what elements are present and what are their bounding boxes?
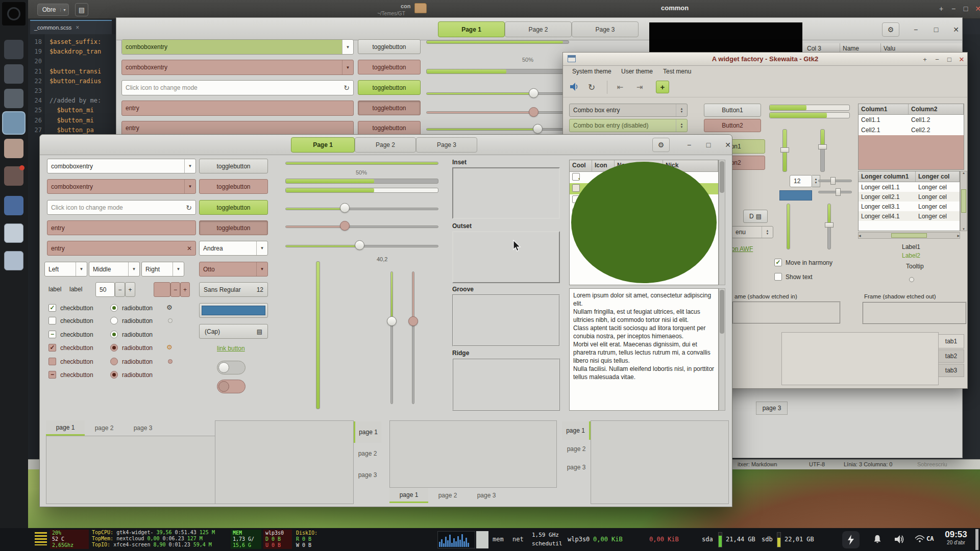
gtk2-spinbutton[interactable]: 12: [790, 175, 812, 187]
gtk2-hscale-2[interactable]: [818, 191, 852, 193]
save-button[interactable]: ▤: [75, 3, 88, 16]
refresh-icon[interactable]: ↻: [344, 84, 350, 92]
bg-scale-1[interactable]: [426, 40, 569, 44]
gtk2-vscrollbar[interactable]: ▲ ▼: [960, 171, 967, 231]
link-button[interactable]: link button: [217, 345, 245, 352]
togglebutton-1[interactable]: togglebutton: [199, 159, 268, 173]
main-maximize-icon[interactable]: □: [701, 138, 716, 152]
bg-scale-4[interactable]: [426, 128, 569, 131]
gtk2-hscale-2-handle[interactable]: [836, 188, 841, 196]
scale-3[interactable]: [285, 226, 438, 228]
gtk2-titlebar[interactable]: A widget factory - Skewaita - Gtk2 + − □…: [563, 53, 967, 66]
dock-window-a[interactable]: [4, 223, 23, 243]
dock-user[interactable]: [4, 196, 23, 215]
wlan-block[interactable]: wlp3s0 D 0 B U 0 B: [263, 530, 292, 549]
main-tab-page3[interactable]: Page 3: [416, 137, 477, 153]
radiobutton-6[interactable]: [110, 371, 118, 379]
status-highlight-mode[interactable]: itxer: Markdown: [738, 461, 777, 467]
bg-comboboxentry-2[interactable]: comboboxentry ▼: [121, 60, 354, 75]
gtk2-hscale-1-handle[interactable]: [830, 177, 836, 185]
radiobutton-4[interactable]: [110, 344, 118, 352]
tab-page2[interactable]: page 2: [428, 488, 467, 503]
comboboxentry-1[interactable]: comboboxentry ▼: [47, 159, 196, 173]
bg-comboboxentry-1[interactable]: comboboxentry ▼: [121, 39, 354, 55]
tab-page3[interactable]: page 3: [467, 488, 506, 503]
gtk2-close-icon[interactable]: ✕: [957, 55, 966, 64]
tab-close-icon[interactable]: ×: [76, 24, 79, 31]
net-plugin[interactable]: net: [512, 536, 524, 543]
radiobutton-3[interactable]: [110, 331, 118, 338]
gtk2-plus-icon[interactable]: +: [920, 55, 929, 64]
tab-page3[interactable]: page 3: [562, 458, 591, 477]
window-maximize-icon[interactable]: □: [960, 3, 971, 14]
scale-top[interactable]: [285, 162, 438, 165]
scroll-left-icon[interactable]: ◀: [859, 234, 861, 237]
row-checkbox[interactable]: [572, 184, 580, 192]
gtk2-treeview-2[interactable]: Longer column1Longer col Longer cell1.1L…: [858, 171, 960, 231]
dock-mail[interactable]: [4, 166, 23, 186]
radiobutton-1[interactable]: [110, 304, 118, 312]
bg-scale-2[interactable]: [426, 92, 569, 95]
dock-editor[interactable]: [4, 89, 23, 108]
scale-4-handle[interactable]: [355, 240, 364, 250]
gtk2-hscrollbar[interactable]: ◀ ▶: [858, 232, 960, 239]
scrollbar-thumb[interactable]: [720, 161, 724, 193]
window-minimize-icon[interactable]: −: [948, 3, 959, 14]
tree-row-benjamin[interactable]: ♟ Benjamin Company: [570, 206, 718, 217]
scroll-right-icon[interactable]: ▶: [957, 234, 960, 237]
main-tab-page2[interactable]: Page 2: [355, 137, 416, 153]
icon-mode-entry[interactable]: Click icon to change mode ↻: [47, 200, 196, 215]
checkbutton-4[interactable]: ✓: [48, 344, 56, 352]
tab-page2[interactable]: page 2: [354, 443, 381, 464]
gtk2-vscale-1-handle[interactable]: [780, 147, 789, 153]
skip-backward-icon[interactable]: ⇤: [614, 81, 626, 93]
window-close-icon[interactable]: ✕: [972, 3, 980, 14]
menu-user-theme[interactable]: User theme: [621, 68, 653, 75]
editor-tab[interactable]: _common.scss ×: [30, 20, 112, 34]
gtk2-vscale-3[interactable]: [787, 204, 790, 249]
scale-3-handle[interactable]: [340, 221, 350, 231]
bg-tab-page2[interactable]: Page 2: [505, 21, 572, 37]
wifi-name[interactable]: wlp3s0: [568, 536, 590, 543]
bg-tab-page1[interactable]: Page 1: [438, 21, 505, 37]
scrollbar-thumb[interactable]: [961, 189, 966, 213]
radiobutton-2[interactable]: [110, 317, 118, 324]
open-button[interactable]: Obre ▼: [37, 4, 69, 16]
sda-label[interactable]: sda: [702, 536, 713, 543]
bg-scale-4-handle[interactable]: [533, 124, 543, 134]
tab-page3[interactable]: page 3: [354, 464, 381, 486]
refresh-icon[interactable]: ↻: [585, 81, 598, 93]
spin-plus-button[interactable]: +: [125, 282, 135, 297]
row-checkbox[interactable]: ✓: [572, 173, 580, 181]
switch-1[interactable]: [217, 361, 246, 374]
gtk2-button1[interactable]: Button1: [704, 104, 761, 117]
top-processes[interactable]: TopCPU: gtk4-widget- 39,56 0:51.43 125 M…: [92, 530, 229, 549]
speaker-icon[interactable]: [569, 81, 580, 92]
tab-page2[interactable]: page 2: [85, 420, 124, 436]
entry-2[interactable]: entry ✕: [47, 241, 196, 256]
gtk2-vscale-2[interactable]: [820, 129, 825, 172]
colored-spin-plus[interactable]: +: [180, 282, 190, 297]
menu-test-menu[interactable]: Test menu: [663, 68, 691, 75]
togglebutton-4[interactable]: togglebutton: [199, 220, 268, 235]
vscale-2-handle[interactable]: [387, 316, 397, 326]
gtk2-tab2[interactable]: tab2: [939, 349, 964, 363]
scroll-down-icon[interactable]: ▼: [962, 228, 965, 231]
bg-togglebutton-2[interactable]: togglebutton: [358, 60, 421, 74]
volume-icon[interactable]: [893, 534, 905, 545]
gtk2-button2[interactable]: Button2: [704, 119, 761, 132]
diskio-block[interactable]: DiskIO: R 0 B W 0 B: [294, 530, 329, 549]
dock-terminal[interactable]: [4, 40, 23, 59]
mem-graph[interactable]: [476, 531, 488, 548]
gtk2-minimize-icon[interactable]: −: [933, 55, 942, 64]
switch-2[interactable]: [217, 380, 246, 393]
donate-link[interactable]: on AWF: [731, 245, 753, 253]
skip-forward-icon[interactable]: ⇥: [633, 81, 646, 93]
cap-button[interactable]: (Cap) ▤: [199, 324, 268, 339]
gtk2-treeview-1[interactable]: Column1Column2 Cell1.1Cell1.2 Cell2.1Cel…: [858, 104, 964, 170]
textview[interactable]: Lorem ipsum dolor sit amet, consectetur …: [569, 288, 719, 411]
menu-system-theme[interactable]: System theme: [572, 68, 611, 75]
bg-maximize-icon[interactable]: □: [929, 22, 943, 37]
main-gear-icon[interactable]: ⚙: [652, 138, 670, 152]
valign-combo[interactable]: Middle ▼: [89, 262, 140, 277]
